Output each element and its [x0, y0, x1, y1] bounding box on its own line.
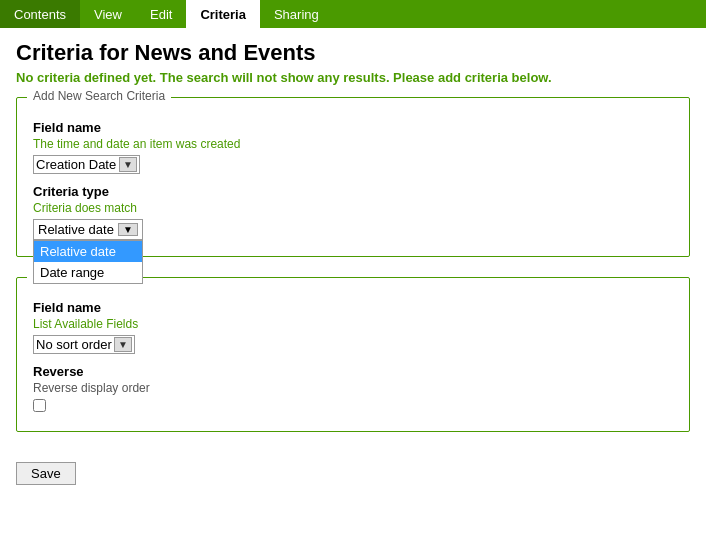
criteria-type-trigger[interactable]: Relative date ▼: [33, 219, 143, 240]
reverse-desc: Reverse display order: [33, 381, 673, 395]
nav-edit[interactable]: Edit: [136, 0, 186, 28]
sort-order-section: Set Sort Order Field name List Available…: [16, 277, 690, 432]
nav-view[interactable]: View: [80, 0, 136, 28]
criteria-type-options-list: Relative date Date range: [33, 240, 143, 284]
criteria-type-dropdown[interactable]: Relative date ▼ Relative date Date range: [33, 219, 143, 240]
criteria-option-date-range[interactable]: Date range: [34, 262, 142, 283]
field-name-label: Field name: [33, 120, 673, 135]
criteria-type-arrow-icon[interactable]: ▼: [118, 223, 138, 236]
sort-select-wrapper[interactable]: No sort order ▼: [33, 335, 135, 354]
add-criteria-section: Add New Search Criteria Field name The t…: [16, 97, 690, 257]
save-button[interactable]: Save: [16, 462, 76, 485]
field-name-desc: The time and date an item was created: [33, 137, 673, 151]
sort-order-select[interactable]: No sort order: [36, 337, 132, 352]
field-name-select[interactable]: Creation Date: [36, 157, 137, 172]
reverse-checkbox[interactable]: [33, 399, 46, 412]
reverse-label: Reverse: [33, 364, 673, 379]
top-navigation: Contents View Edit Criteria Sharing: [0, 0, 706, 28]
add-criteria-legend: Add New Search Criteria: [27, 89, 171, 103]
criteria-type-value: Relative date: [38, 222, 114, 237]
page-title: Criteria for News and Events: [16, 40, 690, 66]
criteria-type-label: Criteria type: [33, 184, 673, 199]
nav-sharing[interactable]: Sharing: [260, 0, 333, 28]
warning-message: No criteria defined yet. The search will…: [16, 70, 690, 85]
sort-field-name-desc: List Available Fields: [33, 317, 673, 331]
criteria-option-relative-date[interactable]: Relative date: [34, 241, 142, 262]
sort-field-name-label: Field name: [33, 300, 673, 315]
field-name-select-wrapper[interactable]: Creation Date ▼: [33, 155, 140, 174]
main-content: Criteria for News and Events No criteria…: [0, 28, 706, 497]
nav-contents[interactable]: Contents: [0, 0, 80, 28]
nav-criteria[interactable]: Criteria: [186, 0, 260, 28]
criteria-type-desc: Criteria does match: [33, 201, 673, 215]
